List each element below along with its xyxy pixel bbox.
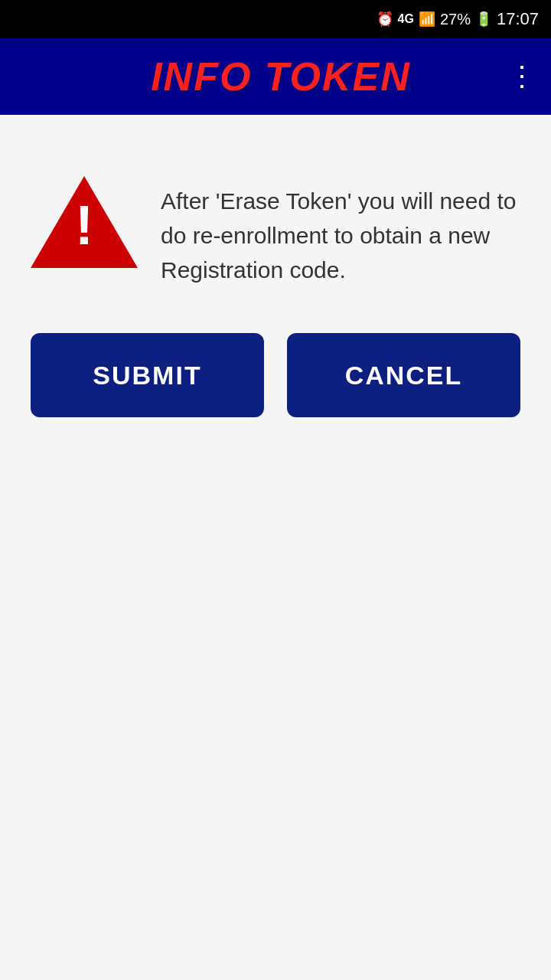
app-title: INFO TOKEN (54, 54, 508, 100)
signal-icon: 📶 (419, 11, 435, 28)
alarm-icon: ⏰ (377, 11, 393, 28)
network-icon: 4G (398, 12, 414, 26)
status-icons: ⏰ 4G 📶 27% 🔋 17:07 (377, 9, 539, 29)
content-area: After 'Erase Token' you will need to do … (0, 115, 551, 980)
warning-section: After 'Erase Token' you will need to do … (31, 176, 520, 287)
overflow-menu-icon[interactable]: ⋮ (508, 63, 536, 90)
warning-triangle-icon (31, 176, 138, 268)
button-row: SUBMIT CANCEL (31, 333, 520, 417)
warning-icon-container (31, 176, 138, 268)
cancel-button[interactable]: CANCEL (287, 333, 520, 417)
status-time: 17:07 (497, 9, 539, 29)
warning-message: After 'Erase Token' you will need to do … (161, 176, 520, 287)
status-bar: ⏰ 4G 📶 27% 🔋 17:07 (0, 0, 551, 38)
battery-icon: 🔋 (475, 11, 492, 28)
battery-text: 27% (440, 11, 471, 28)
app-bar: INFO TOKEN ⋮ (0, 38, 551, 115)
submit-button[interactable]: SUBMIT (31, 333, 264, 417)
